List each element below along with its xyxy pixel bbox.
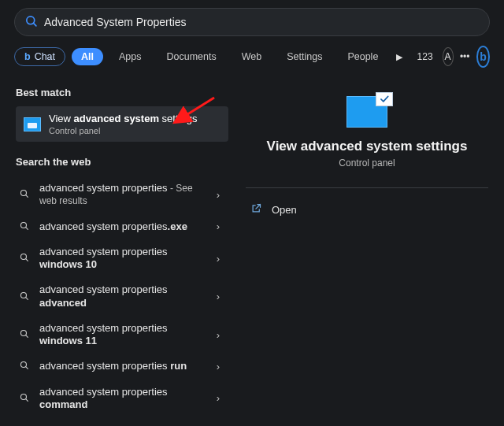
tab-chat[interactable]: b Chat — [14, 47, 65, 66]
web-result-item[interactable]: advanced system properties - See web res… — [16, 176, 228, 214]
tab-documents[interactable]: Documents — [158, 48, 226, 65]
more-icon[interactable]: ••• — [460, 47, 470, 66]
web-result-text: advanced system properties run — [39, 360, 203, 372]
chevron-right-icon: › — [213, 189, 224, 201]
search-icon — [17, 392, 30, 405]
best-match-result[interactable]: View advanced system settings Control pa… — [16, 106, 228, 142]
chevron-right-icon: › — [213, 291, 224, 302]
chevron-right-icon: › — [213, 220, 224, 232]
avatar[interactable]: A — [443, 47, 454, 66]
web-result-text: advanced system properties windows 10 — [39, 246, 203, 272]
search-icon — [17, 252, 30, 265]
divider — [246, 187, 488, 188]
web-result-item[interactable]: advanced system properties advanced› — [16, 277, 228, 316]
web-result-item[interactable]: advanced system properties windows 10› — [16, 239, 228, 278]
preview-title: View advanced system settings — [244, 139, 490, 154]
tab-apps-label: Apps — [119, 51, 142, 62]
search-icon — [17, 220, 30, 233]
best-match-heading: Best match — [16, 87, 233, 98]
search-icon — [17, 328, 30, 341]
open-label: Open — [272, 204, 297, 216]
search-bar[interactable] — [14, 8, 490, 36]
svg-line-9 — [25, 297, 28, 299]
control-panel-icon — [24, 117, 41, 132]
best-match-bold: advanced system — [74, 113, 159, 124]
best-match-prefix: View — [49, 113, 74, 124]
web-result-item[interactable]: advanced system properties windows 11› — [16, 316, 228, 354]
rewards-badge[interactable]: 123 — [417, 47, 436, 66]
results-column: Best match View advanced system settings… — [0, 76, 233, 417]
web-result-item[interactable]: advanced system properties run› — [16, 354, 228, 379]
bing-b-icon: b — [480, 50, 487, 63]
tab-web-label: Web — [242, 51, 261, 62]
preview-panel: View advanced system settings Control pa… — [233, 76, 504, 417]
tab-all-label: All — [81, 51, 94, 62]
chevron-right-icon: › — [213, 392, 224, 404]
bing-spark-icon: b — [24, 51, 31, 62]
tab-settings[interactable]: Settings — [277, 48, 332, 65]
tab-people-label: People — [347, 51, 378, 62]
web-result-item[interactable]: advanced system properties command› — [16, 380, 228, 418]
svg-line-5 — [25, 227, 28, 229]
web-result-item[interactable]: advanced system properties.exe› — [16, 214, 228, 239]
open-external-icon — [250, 202, 262, 217]
best-match-suffix: settings — [159, 113, 197, 124]
svg-line-7 — [25, 259, 28, 261]
tab-apps[interactable]: Apps — [109, 48, 151, 65]
tab-row: b Chat All Apps Documents Web Settings P… — [0, 36, 504, 76]
tab-settings-label: Settings — [287, 51, 322, 62]
rewards-count: 123 — [417, 51, 433, 62]
search-icon — [17, 291, 30, 303]
bing-button[interactable]: b — [476, 46, 490, 68]
web-result-text: advanced system properties - See web res… — [39, 182, 203, 208]
web-result-text: advanced system properties advanced — [39, 283, 203, 309]
chevron-right-icon: › — [213, 361, 224, 372]
tab-all[interactable]: All — [72, 48, 103, 65]
web-results-list: advanced system properties - See web res… — [16, 176, 233, 417]
preview-sub: Control panel — [244, 157, 490, 169]
search-icon — [17, 360, 30, 372]
best-match-sub: Control panel — [49, 126, 197, 135]
search-icon — [17, 188, 30, 201]
chevron-right-icon: › — [213, 253, 224, 265]
search-icon — [24, 14, 38, 31]
tab-documents-label: Documents — [167, 51, 217, 62]
web-result-text: advanced system properties.exe — [39, 220, 203, 233]
tab-people[interactable]: People — [338, 48, 387, 65]
best-match-text: View advanced system settings Control pa… — [49, 113, 197, 135]
svg-line-13 — [25, 367, 28, 369]
svg-line-3 — [25, 195, 28, 198]
tab-chat-label: Chat — [35, 51, 55, 62]
avatar-letter: A — [445, 51, 451, 62]
search-input[interactable] — [44, 16, 480, 28]
next-arrow-icon[interactable]: ▶ — [394, 47, 404, 66]
svg-line-15 — [25, 398, 28, 401]
svg-line-1 — [33, 23, 35, 25]
tab-web[interactable]: Web — [232, 48, 271, 65]
svg-line-11 — [25, 335, 28, 338]
monitor-checkmark-icon — [346, 96, 387, 128]
search-web-heading: Search the web — [16, 156, 233, 168]
web-result-text: advanced system properties command — [39, 386, 203, 412]
chevron-right-icon: › — [213, 329, 224, 341]
open-button[interactable]: Open — [244, 194, 490, 224]
web-result-text: advanced system properties windows 11 — [39, 322, 203, 348]
